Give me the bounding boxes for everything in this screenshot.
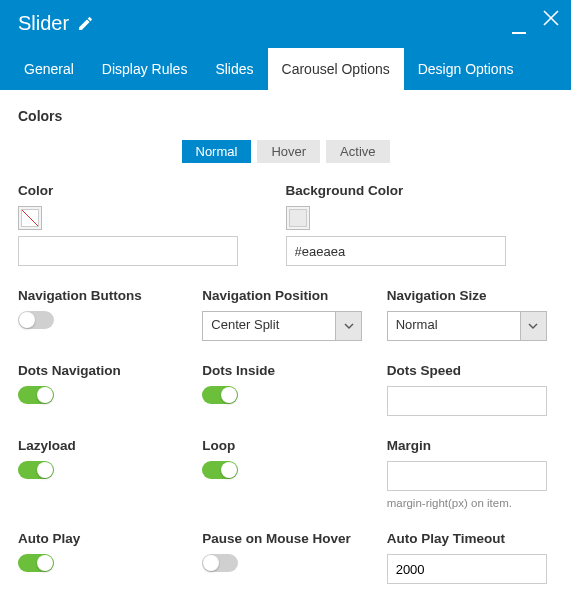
autoplay-toggle[interactable] xyxy=(18,554,54,572)
nav-size-group: Navigation Size Normal xyxy=(387,288,553,341)
seg-hover[interactable]: Hover xyxy=(257,140,320,163)
section-colors-title: Colors xyxy=(18,108,553,124)
nav-buttons-toggle[interactable] xyxy=(18,311,54,329)
autoplay-timeout-group: Auto Play Timeout xyxy=(387,531,553,584)
autoplay-group: Auto Play xyxy=(18,531,184,584)
row-autoplay: Auto Play Pause on Mouse Hover Auto Play… xyxy=(18,531,553,584)
color-input[interactable] xyxy=(18,236,238,266)
autoplay-timeout-label: Auto Play Timeout xyxy=(387,531,553,546)
dots-nav-label: Dots Navigation xyxy=(18,363,184,378)
title-row: Slider xyxy=(0,0,571,35)
minimize-button[interactable] xyxy=(511,8,527,42)
loop-label: Loop xyxy=(202,438,368,453)
lazyload-label: Lazyload xyxy=(18,438,184,453)
bg-color-label: Background Color xyxy=(286,183,514,198)
pause-hover-toggle[interactable] xyxy=(202,554,238,572)
nav-position-select[interactable]: Center Split xyxy=(202,311,362,341)
color-label: Color xyxy=(18,183,246,198)
tabs-bar: General Display Rules Slides Carousel Op… xyxy=(0,48,537,90)
margin-label: Margin xyxy=(387,438,553,453)
dots-nav-toggle[interactable] xyxy=(18,386,54,404)
svg-rect-0 xyxy=(512,32,526,34)
chevron-down-icon xyxy=(520,312,546,340)
dots-nav-group: Dots Navigation xyxy=(18,363,184,416)
pencil-icon[interactable] xyxy=(77,15,94,32)
pause-hover-group: Pause on Mouse Hover xyxy=(202,531,368,584)
tab-general[interactable]: General xyxy=(10,48,88,90)
grey-swatch-icon xyxy=(289,209,307,227)
slider-settings-window: { "header": { "title": "Slider" }, "tabs… xyxy=(0,0,571,598)
nav-position-group: Navigation Position Center Split xyxy=(202,288,368,341)
no-color-icon xyxy=(21,209,39,227)
bg-color-input[interactable] xyxy=(286,236,506,266)
bg-color-field-group: Background Color xyxy=(286,183,554,266)
dots-inside-group: Dots Inside xyxy=(202,363,368,416)
lazyload-group: Lazyload xyxy=(18,438,184,509)
lazyload-toggle[interactable] xyxy=(18,461,54,479)
loop-group: Loop xyxy=(202,438,368,509)
row-loop: Lazyload Loop Margin margin-right(px) on… xyxy=(18,438,553,509)
nav-buttons-label: Navigation Buttons xyxy=(18,288,184,303)
color-field-group: Color xyxy=(18,183,286,266)
row-nav: Navigation Buttons Navigation Position C… xyxy=(18,288,553,341)
loop-toggle[interactable] xyxy=(202,461,238,479)
dots-inside-label: Dots Inside xyxy=(202,363,368,378)
panel-body: Colors Normal Hover Active Color Backgro… xyxy=(0,90,571,598)
row-dots: Dots Navigation Dots Inside Dots Speed xyxy=(18,363,553,416)
window-title: Slider xyxy=(18,12,69,35)
window-controls xyxy=(511,8,561,42)
colors-row: Color Background Color xyxy=(18,183,553,266)
nav-position-value: Center Split xyxy=(203,312,335,340)
dots-speed-label: Dots Speed xyxy=(387,363,553,378)
tab-design-options[interactable]: Design Options xyxy=(404,48,528,90)
pause-hover-label: Pause on Mouse Hover xyxy=(202,531,368,546)
tab-display-rules[interactable]: Display Rules xyxy=(88,48,202,90)
margin-group: Margin margin-right(px) on item. xyxy=(387,438,553,509)
dots-inside-toggle[interactable] xyxy=(202,386,238,404)
margin-input[interactable] xyxy=(387,461,547,491)
window-header: Slider General Display Rules Slides Caro… xyxy=(0,0,571,90)
nav-size-label: Navigation Size xyxy=(387,288,553,303)
nav-size-select[interactable]: Normal xyxy=(387,311,547,341)
seg-active[interactable]: Active xyxy=(326,140,389,163)
bg-color-swatch[interactable] xyxy=(286,206,310,230)
margin-hint: margin-right(px) on item. xyxy=(387,497,553,509)
nav-position-label: Navigation Position xyxy=(202,288,368,303)
autoplay-timeout-input[interactable] xyxy=(387,554,547,584)
close-button[interactable] xyxy=(541,8,561,32)
dots-speed-group: Dots Speed xyxy=(387,363,553,416)
nav-buttons-group: Navigation Buttons xyxy=(18,288,184,341)
tab-carousel-options[interactable]: Carousel Options xyxy=(268,48,404,90)
color-state-segment: Normal Hover Active xyxy=(18,140,553,163)
color-swatch[interactable] xyxy=(18,206,42,230)
nav-size-value: Normal xyxy=(388,312,520,340)
seg-normal[interactable]: Normal xyxy=(182,140,252,163)
tab-slides[interactable]: Slides xyxy=(201,48,267,90)
dots-speed-input[interactable] xyxy=(387,386,547,416)
autoplay-label: Auto Play xyxy=(18,531,184,546)
chevron-down-icon xyxy=(335,312,361,340)
